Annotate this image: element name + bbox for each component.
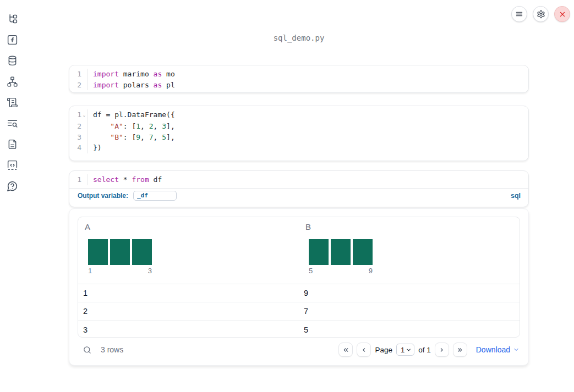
code-line: 4}) xyxy=(69,142,528,153)
code-text: df = pl.DataFrame({ xyxy=(87,109,175,121)
table-cell: 2 xyxy=(78,307,299,316)
code-cell-dataframe[interactable]: 1⌄df = pl.DataFrame({2 "A": [1, 2, 3],3 … xyxy=(69,106,529,161)
code-text: "B": [9, 7, 5], xyxy=(87,132,175,143)
close-icon xyxy=(559,10,566,18)
code-line: 2 "A": [1, 2, 3], xyxy=(69,121,528,132)
download-label: Download xyxy=(476,345,510,354)
table-body: 192735 xyxy=(78,284,520,338)
code-editor[interactable]: 1import marimo as mo2import polars as pl xyxy=(69,65,528,90)
line-number: 1 xyxy=(69,109,81,121)
last-page-button[interactable] xyxy=(453,343,467,357)
histogram-bar xyxy=(353,239,373,265)
download-button[interactable]: Download xyxy=(476,345,520,354)
code-text: select * from df xyxy=(87,174,162,185)
sidebar-item-file-explorer[interactable] xyxy=(5,12,19,26)
column-histogram: 13 xyxy=(88,239,152,275)
notebook-actions xyxy=(511,6,570,22)
chevron-down-icon xyxy=(513,346,520,353)
database-icon xyxy=(7,55,18,67)
column-histogram: 59 xyxy=(309,239,373,275)
sidebar-item-snippets[interactable] xyxy=(5,116,19,130)
code-line: 3 "B": [9, 7, 5], xyxy=(69,132,528,143)
code-line: 1import marimo as mo xyxy=(69,69,528,80)
chevrons-left-icon xyxy=(342,346,349,354)
table-cell: 5 xyxy=(299,325,520,334)
sidebar-item-scratchpad[interactable] xyxy=(5,158,19,172)
line-number: 4 xyxy=(69,142,81,153)
sidebar-item-help[interactable] xyxy=(5,179,19,193)
page-of-label: of 1 xyxy=(418,346,431,354)
row-count: 3 rows xyxy=(101,345,123,354)
table-cell: 7 xyxy=(299,307,520,316)
fold-gutter xyxy=(81,80,87,91)
code-editor[interactable]: 1⌄df = pl.DataFrame({2 "A": [1, 2, 3],3 … xyxy=(69,106,528,153)
histogram-bar xyxy=(132,239,152,265)
column-header-B[interactable]: B59 xyxy=(299,217,520,284)
shutdown-button[interactable] xyxy=(554,6,570,22)
histogram-bar xyxy=(331,239,351,265)
line-number: 3 xyxy=(69,132,81,143)
next-page-button[interactable] xyxy=(435,343,449,357)
help-bubble-icon xyxy=(7,180,18,192)
histogram-ticks: 59 xyxy=(309,267,373,275)
cell-output-panel: A13B59 192735 3 rows Page 1 of 1 xyxy=(69,208,529,366)
menu-button[interactable] xyxy=(511,6,527,22)
histogram-bar xyxy=(88,239,108,265)
first-page-button[interactable] xyxy=(338,343,353,357)
chevron-left-icon xyxy=(360,346,368,354)
table-row[interactable]: 19 xyxy=(78,284,520,302)
helper-sidebar xyxy=(0,0,24,392)
line-number: 2 xyxy=(69,121,81,132)
fold-chevron-icon[interactable]: ⌄ xyxy=(81,109,87,121)
code-line: 1select * from df xyxy=(69,174,528,185)
table-cell: 3 xyxy=(78,325,299,334)
language-badge: sql xyxy=(511,192,521,200)
table-row[interactable]: 35 xyxy=(78,321,520,338)
function-square-icon xyxy=(7,34,18,46)
code-square-icon xyxy=(7,159,18,171)
fold-gutter xyxy=(81,174,87,185)
table-row[interactable]: 27 xyxy=(78,302,520,321)
line-number: 1 xyxy=(69,174,81,185)
column-header-A[interactable]: A13 xyxy=(78,217,299,284)
output-variable-input[interactable] xyxy=(133,191,177,201)
sidebar-item-datasources[interactable] xyxy=(5,53,19,68)
page-label: Page xyxy=(375,346,392,354)
pagination: Page 1 of 1 xyxy=(338,343,467,357)
gear-icon xyxy=(537,10,545,19)
notebook-filename: sql_demo.py xyxy=(69,34,529,42)
list-search-icon xyxy=(7,118,18,129)
code-editor[interactable]: 1select * from df xyxy=(69,171,528,185)
code-line: 1⌄df = pl.DataFrame({ xyxy=(69,109,528,121)
sidebar-item-logs[interactable] xyxy=(5,95,19,109)
histogram-bar xyxy=(309,239,329,265)
settings-button[interactable] xyxy=(533,6,549,22)
sidebar-item-variables[interactable] xyxy=(5,32,19,47)
search-button[interactable] xyxy=(83,345,92,355)
page-select-value: 1 xyxy=(401,346,404,354)
chevron-right-icon xyxy=(438,346,445,354)
scroll-icon xyxy=(7,97,18,108)
page-select[interactable]: 1 xyxy=(396,344,414,356)
code-text: import marimo as mo xyxy=(87,69,175,80)
output-variable-label: Output variable: xyxy=(78,192,128,200)
dataframe-table: A13B59 192735 xyxy=(78,217,520,338)
code-cell-imports[interactable]: 1import marimo as mo2import polars as pl xyxy=(69,65,529,93)
line-number: 2 xyxy=(69,80,81,91)
column-name: B xyxy=(305,222,520,231)
sidebar-item-documentation[interactable] xyxy=(5,137,19,151)
prev-page-button[interactable] xyxy=(357,343,371,357)
code-text: import polars as pl xyxy=(87,80,175,91)
table-footer: 3 rows Page 1 of 1 Download xyxy=(78,338,520,362)
sql-cell-footer: Output variable: sql xyxy=(69,188,528,203)
search-icon xyxy=(83,345,92,355)
chevron-down-icon xyxy=(406,347,412,353)
sql-cell[interactable]: 1select * from df Output variable: sql xyxy=(69,170,529,207)
code-line: 2import polars as pl xyxy=(69,80,528,91)
network-icon xyxy=(7,76,18,87)
fold-gutter xyxy=(81,69,87,80)
table-cell: 1 xyxy=(78,289,299,297)
histogram-ticks: 13 xyxy=(88,267,152,275)
sidebar-item-dependencies[interactable] xyxy=(5,74,19,89)
code-text: }) xyxy=(87,142,102,153)
